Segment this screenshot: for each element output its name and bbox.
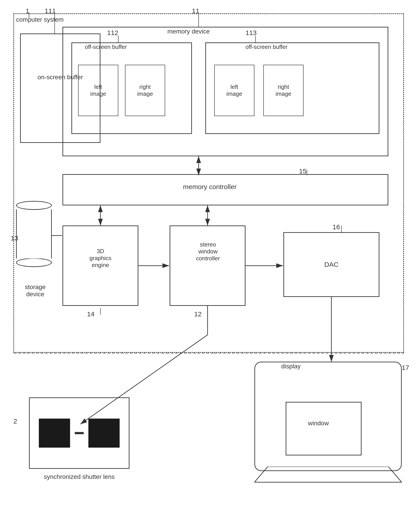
right-image-1-box: right image	[125, 65, 165, 116]
label-2: 2	[13, 417, 17, 425]
right-image-2-box: right image	[263, 65, 303, 116]
label-13: 13	[11, 234, 18, 242]
cylinder-body	[16, 209, 52, 258]
cylinder-bottom	[16, 258, 52, 267]
memory-device-label: memory device	[167, 28, 210, 35]
window-label: window	[308, 420, 329, 427]
left-image-2-label: left image	[226, 83, 242, 97]
monitor-base-svg	[255, 467, 402, 485]
label-16: 16	[332, 223, 340, 231]
offscreen-buffer-2-label: off-screen buffer	[245, 44, 287, 50]
graphics-engine-label: 3D graphics engine	[67, 248, 134, 269]
diagram: 1 111 11 computer system memory device 1…	[0, 0, 420, 532]
left-image-1-box: left image	[78, 65, 118, 116]
dac-box: DAC	[284, 232, 379, 297]
label-15: 15	[299, 167, 306, 175]
right-image-2-label: right image	[276, 83, 291, 97]
storage-device-cylinder	[14, 201, 54, 277]
offscreen-buffer-1-label: off-screen buffer	[85, 44, 127, 50]
storage-device-label: storage device	[11, 284, 60, 298]
label-112: 112	[107, 29, 118, 37]
cylinder-top	[16, 201, 52, 210]
label-14: 14	[87, 310, 94, 318]
label-113: 113	[245, 29, 257, 37]
shutter-glasses-box	[29, 397, 129, 469]
dac-label: DAC	[324, 261, 338, 268]
svg-marker-25	[255, 467, 402, 482]
left-lens	[39, 419, 70, 448]
stereo-window-box	[170, 226, 245, 306]
memory-controller-label: memory controller	[183, 183, 237, 191]
computer-system-label: computer system	[16, 16, 64, 23]
right-image-1-label: right image	[137, 83, 153, 97]
shutter-lens-label: synchronized shutter lens	[25, 473, 134, 480]
label-17: 17	[402, 364, 409, 371]
lens-bridge	[75, 432, 84, 434]
display-label: display	[281, 363, 300, 370]
left-image-1-label: left image	[90, 83, 106, 97]
window-box	[286, 402, 361, 456]
stereo-window-label: stereo window controller	[172, 241, 244, 262]
label-12: 12	[194, 310, 202, 318]
right-lens	[88, 419, 120, 448]
left-image-2-box: left image	[214, 65, 255, 116]
